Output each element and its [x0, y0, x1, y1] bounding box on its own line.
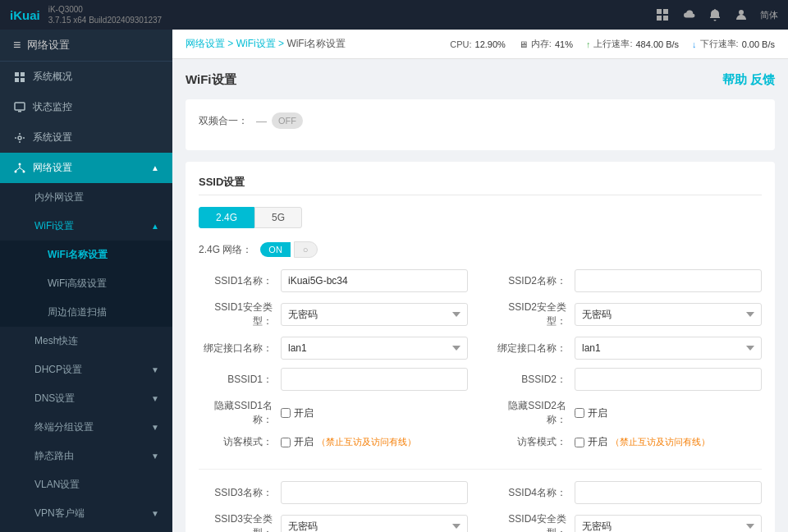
- bssid1-input[interactable]: [281, 368, 468, 391]
- hidden-ssid2-check-row: 开启: [575, 406, 607, 420]
- network-submenu: 内外网设置 WiFi设置 ▲ WiFi名称设置 WiFi高级设置 周边信道扫描: [0, 183, 172, 532]
- breadcrumb-wifi[interactable]: WiFi设置: [236, 38, 276, 49]
- ssid2-name-input[interactable]: [575, 269, 762, 292]
- ssid4-name-input[interactable]: [575, 481, 762, 504]
- user-label[interactable]: 简体: [760, 9, 778, 21]
- sidebar-item-monitor[interactable]: 状态监控: [0, 92, 172, 122]
- collapse-icon[interactable]: ≡: [13, 38, 21, 53]
- hidden-ssid1-on: 开启: [294, 406, 314, 420]
- vpn-chevron: ▼: [151, 509, 159, 518]
- guest-ssid1-checkbox[interactable]: [281, 438, 291, 447]
- svg-rect-9: [15, 103, 25, 110]
- network-off-button[interactable]: ○: [294, 241, 318, 258]
- sidebar-item-vpn[interactable]: VPN客户端 ▼: [0, 499, 172, 528]
- sidebar-item-fenduan[interactable]: 终端分组设置 ▼: [0, 413, 172, 442]
- tab-24g[interactable]: 2.4G: [199, 207, 254, 228]
- guest-ssid2-checkbox[interactable]: [575, 438, 584, 447]
- sidebar-item-neiwai[interactable]: 内外网设置: [0, 183, 172, 212]
- ssid1-name-input[interactable]: [281, 269, 468, 292]
- ssid3-security-select[interactable]: 无密码 WPA2-PSK: [281, 515, 468, 532]
- wifi-advanced-label: WiFi高级设置: [48, 277, 107, 291]
- sidebar-item-wifi[interactable]: WiFi设置 ▲: [0, 212, 172, 241]
- hidden-ssid1-checkbox[interactable]: [281, 408, 291, 418]
- ssid-card: SSID设置 2.4G 5G 2.4G 网络： ON ○: [186, 162, 775, 532]
- guest-ssid1-note: （禁止互访及访问有线）: [317, 436, 416, 448]
- guest-ssid1-on: 开启: [294, 435, 314, 449]
- sidebar-item-vlan[interactable]: VLAN设置: [0, 470, 172, 499]
- ssid-form: SSID1名称： SSID1安全类型： 无密码 WPA2-PSK WPA-PSK: [199, 269, 762, 457]
- content-area: WiFi设置 帮助 反馈 双频合一： — OFF: [172, 59, 788, 532]
- svg-rect-10: [18, 111, 21, 112]
- ssid1-security-label: SSID1安全类型：: [199, 300, 281, 328]
- fenduan-label: 终端分组设置: [34, 420, 94, 434]
- svg-rect-3: [663, 16, 668, 21]
- static-chevron: ▼: [151, 452, 159, 461]
- download-status: ↓ 下行速率: 0.00 B/s: [692, 38, 775, 50]
- bssid2-label: BSSID2：: [492, 373, 575, 387]
- svg-rect-8: [21, 78, 25, 82]
- sidebar-item-dhcp[interactable]: DHCP设置 ▼: [0, 355, 172, 384]
- svg-point-4: [739, 10, 744, 15]
- dns-label: DNS设置: [34, 392, 75, 406]
- cloud-icon[interactable]: [681, 7, 696, 22]
- wifi-sub-menu: WiFi名称设置 WiFi高级设置 周边信道扫描: [0, 241, 172, 327]
- sidebar-item-upnp[interactable]: UPnP设置 ▼: [0, 528, 172, 532]
- wifi-label: WiFi设置: [34, 219, 74, 233]
- fenduan-chevron: ▼: [151, 423, 159, 432]
- dhcp-chevron: ▼: [151, 365, 159, 374]
- topbar: iKuai iK-Q3000 3.7.15 x64 Build202409301…: [0, 0, 788, 30]
- ssid1-interface-select[interactable]: lan1 lan2: [281, 337, 468, 360]
- svg-rect-6: [21, 72, 25, 76]
- sidebar-item-wifi-name[interactable]: WiFi名称设置: [0, 241, 172, 269]
- grid-icon[interactable]: [655, 7, 670, 22]
- ssid4-security-select[interactable]: 无密码 WPA2-PSK: [575, 515, 762, 532]
- bssid2-input[interactable]: [575, 368, 762, 391]
- sidebar-item-overview[interactable]: 系统概况: [0, 62, 172, 92]
- user-icon[interactable]: [734, 7, 749, 22]
- wifi-scan-label: 周边信道扫描: [48, 305, 107, 319]
- sidebar-item-sysconfig[interactable]: 系统设置: [0, 122, 172, 153]
- sidebar-header: ≡ 网络设置: [0, 30, 172, 62]
- hidden-ssid2-checkbox[interactable]: [575, 408, 584, 418]
- sidebar-item-static-route[interactable]: 静态路由 ▼: [0, 442, 172, 470]
- sidebar-item-dns[interactable]: DNS设置 ▼: [0, 384, 172, 413]
- tab-5g[interactable]: 5G: [254, 207, 302, 228]
- dhcp-label: DHCP设置: [34, 363, 82, 377]
- device-version: 3.7.15 x64 Build202409301237: [48, 15, 162, 25]
- ssid3-name-input[interactable]: [281, 481, 468, 504]
- ssid4-name-group: SSID4名称：: [492, 481, 762, 504]
- hidden-ssid1-group: 隐藏SSID1名称： 开启: [199, 399, 468, 427]
- ssid3-name-group: SSID3名称：: [199, 481, 468, 504]
- ssid1-security-select[interactable]: 无密码 WPA2-PSK WPA-PSK: [281, 303, 468, 326]
- dual-band-toggle-group: — OFF: [256, 112, 303, 129]
- overview-icon: [13, 71, 26, 84]
- neiwai-label: 内外网设置: [34, 190, 84, 204]
- feedback-link[interactable]: 反馈: [750, 72, 775, 86]
- sysconfig-icon: [13, 131, 26, 144]
- ssid2-interface-select[interactable]: lan1 lan2: [575, 337, 762, 360]
- svg-rect-0: [657, 9, 662, 14]
- dual-band-row: 双频合一： — OFF: [199, 112, 762, 129]
- topbar-left: iKuai iK-Q3000 3.7.15 x64 Build202409301…: [10, 4, 162, 25]
- network-on-button[interactable]: ON: [260, 242, 291, 257]
- ssid3-section: SSID3名称： SSID3安全类型： 无密码 WPA2-PSK 绑定接口名称：: [199, 481, 468, 532]
- sidebar-item-wifi-advanced[interactable]: WiFi高级设置: [0, 269, 172, 298]
- sidebar-item-mesh[interactable]: Mesh快连: [0, 327, 172, 355]
- download-arrow-icon: ↓: [692, 39, 697, 49]
- sidebar-item-network[interactable]: 网络设置 ▲: [0, 153, 172, 183]
- bssid1-group: BSSID1：: [199, 368, 468, 391]
- wifi-name-label: WiFi名称设置: [48, 248, 108, 262]
- dual-band-state: OFF: [278, 116, 296, 126]
- breadcrumb-sep2: >: [278, 38, 286, 49]
- page-title-bar: WiFi设置 帮助 反馈: [186, 72, 775, 88]
- breadcrumb-network[interactable]: 网络设置: [186, 38, 225, 49]
- ssid2-security-select[interactable]: 无密码 WPA2-PSK: [575, 303, 762, 326]
- upload-value: 484.00 B/s: [635, 39, 679, 49]
- dual-band-toggle[interactable]: OFF: [272, 112, 303, 129]
- hidden-ssid1-label: 隐藏SSID1名称：: [199, 399, 281, 427]
- cpu-value: 12.90%: [475, 39, 506, 49]
- network-24g-row: 2.4G 网络： ON ○: [199, 241, 762, 258]
- help-link[interactable]: 帮助: [722, 72, 747, 86]
- bell-icon[interactable]: [708, 7, 722, 22]
- sidebar-item-wifi-scan[interactable]: 周边信道扫描: [0, 298, 172, 327]
